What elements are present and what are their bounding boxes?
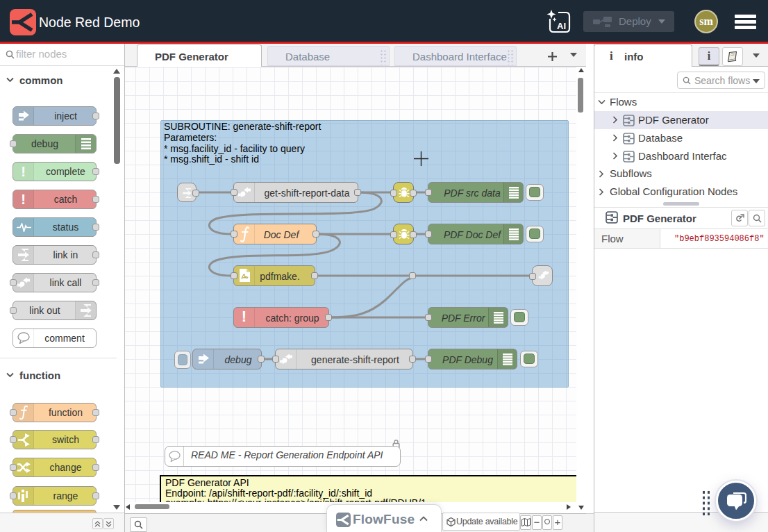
svg-text:AI: AI [557,21,566,31]
